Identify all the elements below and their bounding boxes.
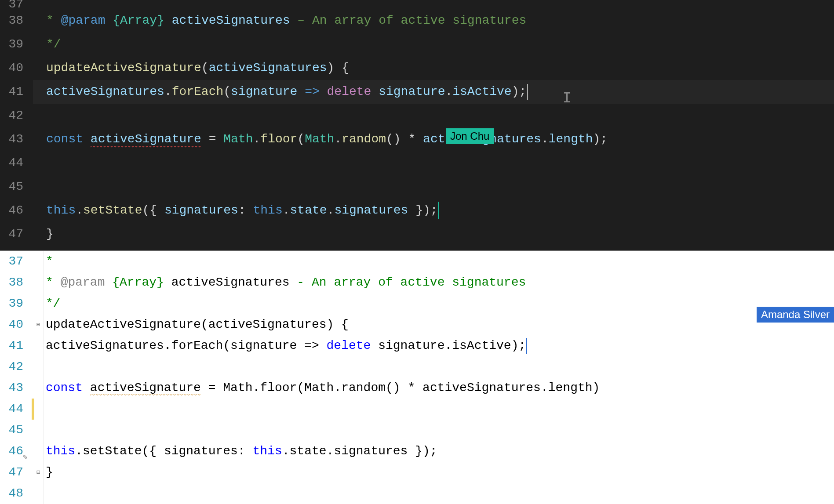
code-content: const activeSignature = Math.floor(Math.… — [33, 127, 834, 151]
line-number: 39 — [0, 293, 33, 314]
code-line[interactable]: 42 — [0, 104, 834, 127]
fold-gutter[interactable] — [33, 293, 44, 314]
fold-gutter[interactable] — [33, 420, 44, 441]
change-indicator — [32, 399, 34, 420]
line-number: 45 — [0, 175, 33, 199]
editor-pane-light[interactable]: 37 * 38 * @param {Array} activeSignature… — [0, 250, 834, 504]
code-content: } — [46, 462, 834, 483]
line-number: 37 — [0, 251, 33, 272]
code-content: activeSignatures.forEach(signature => de… — [46, 335, 834, 356]
line-number: 46 — [0, 199, 33, 222]
text-cursor — [527, 84, 528, 100]
line-number: 42 — [0, 356, 33, 377]
code-line[interactable]: 39 */ — [0, 293, 834, 314]
code-line[interactable]: 37 * — [0, 251, 834, 272]
fold-gutter[interactable] — [33, 272, 44, 293]
line-number: 41 — [0, 335, 33, 356]
code-line[interactable]: 46 this.setState({ signatures: this.stat… — [0, 199, 834, 222]
line-number: 47 — [0, 462, 33, 483]
code-content: activeSignatures.forEach(signature => de… — [33, 80, 834, 104]
code-content: this.setState({ signatures: this.state.s… — [46, 441, 834, 462]
line-number: 38 — [0, 9, 33, 33]
code-line[interactable]: 44 — [0, 151, 834, 175]
code-line[interactable]: 43 const activeSignature = Math.floor(Ma… — [0, 377, 834, 399]
code-content: } — [33, 222, 834, 246]
code-content: * — [46, 251, 834, 272]
line-number: 42 — [0, 104, 33, 127]
code-line[interactable]: 42 — [0, 356, 834, 377]
line-number: 43 — [0, 377, 33, 399]
code-line[interactable]: ✎ 46 this.setState({ signatures: this.st… — [0, 441, 834, 462]
line-number: 48 — [0, 483, 33, 504]
code-line[interactable]: 38 * @param {Array} activeSignatures – A… — [0, 9, 834, 33]
collaborator-cursor — [526, 338, 527, 354]
fold-gutter[interactable]: ⊟ — [33, 462, 44, 483]
code-line[interactable]: 38 * @param {Array} activeSignatures - A… — [0, 272, 834, 293]
line-number: 39 — [0, 33, 33, 56]
code-line[interactable]: 47 ⊟ } — [0, 462, 834, 483]
code-line[interactable]: 40 ⊟ updateActiveSignature(activeSignatu… — [0, 314, 834, 335]
fold-gutter[interactable] — [33, 399, 44, 420]
code-line[interactable]: 45 — [0, 175, 834, 199]
fold-gutter[interactable] — [33, 483, 44, 504]
collaborator-cursor — [438, 202, 439, 219]
code-line-active[interactable]: 41 activeSignatures.forEach(signature =>… — [0, 80, 834, 104]
warning-underline: activeSignature — [90, 381, 201, 396]
line-number: 43 — [0, 127, 33, 151]
fold-gutter[interactable] — [33, 356, 44, 377]
line-number: 45 — [0, 420, 33, 441]
line-number: 46 — [0, 441, 33, 462]
code-line[interactable]: 47 } — [0, 222, 834, 246]
code-content: */ — [46, 293, 834, 314]
fold-gutter[interactable] — [33, 251, 44, 272]
code-content: updateActiveSignature(activeSignatures) … — [33, 56, 834, 80]
code-content: * @param {Array} activeSignatures - An a… — [46, 272, 834, 293]
fold-gutter[interactable] — [33, 441, 44, 462]
code-line[interactable]: 43 const activeSignature = Math.floor(Ma… — [0, 127, 834, 151]
line-number: 40 — [0, 56, 33, 80]
code-line[interactable]: 37 — [0, 0, 834, 9]
code-content: updateActiveSignature(activeSignatures) … — [46, 314, 834, 335]
line-number: 40 — [0, 314, 33, 335]
fold-gutter[interactable] — [33, 335, 44, 356]
code-content: this.setState({ signatures: this.state.s… — [33, 199, 834, 222]
line-number: 44 — [0, 399, 33, 420]
code-content — [33, 0, 834, 9]
fold-gutter[interactable]: ⊟ — [33, 314, 44, 335]
code-line[interactable]: 48 — [0, 483, 834, 504]
line-number: 41 — [0, 80, 33, 104]
line-number: 38 — [0, 272, 33, 293]
warning-underline: activeSignature — [91, 132, 201, 148]
editor-pane-dark[interactable]: 37 38 * @param {Array} activeSignatures … — [0, 0, 834, 250]
code-line[interactable]: 44 — [0, 399, 834, 420]
collaborator-tag-amanda[interactable]: Amanda Silver — [757, 307, 834, 323]
line-number: 37 — [0, 0, 33, 9]
code-line[interactable]: 45 — [0, 420, 834, 441]
line-number: 47 — [0, 222, 33, 246]
fold-expand-icon: ⊟ — [36, 462, 40, 483]
code-content: * @param {Array} activeSignatures – An a… — [33, 9, 834, 33]
line-number: 44 — [0, 151, 33, 175]
code-line[interactable]: 41 activeSignatures.forEach(signature =>… — [0, 335, 834, 356]
fold-collapse-icon: ⊟ — [36, 314, 40, 335]
fold-gutter[interactable] — [33, 377, 44, 399]
code-content: */ — [33, 33, 834, 56]
code-line[interactable]: 39 */ — [0, 33, 834, 56]
code-content: const activeSignature = Math.floor(Math.… — [46, 377, 834, 399]
code-line[interactable]: 40 updateActiveSignature(activeSignature… — [0, 56, 834, 80]
collaborator-tag-jon[interactable]: Jon Chu — [446, 128, 494, 144]
